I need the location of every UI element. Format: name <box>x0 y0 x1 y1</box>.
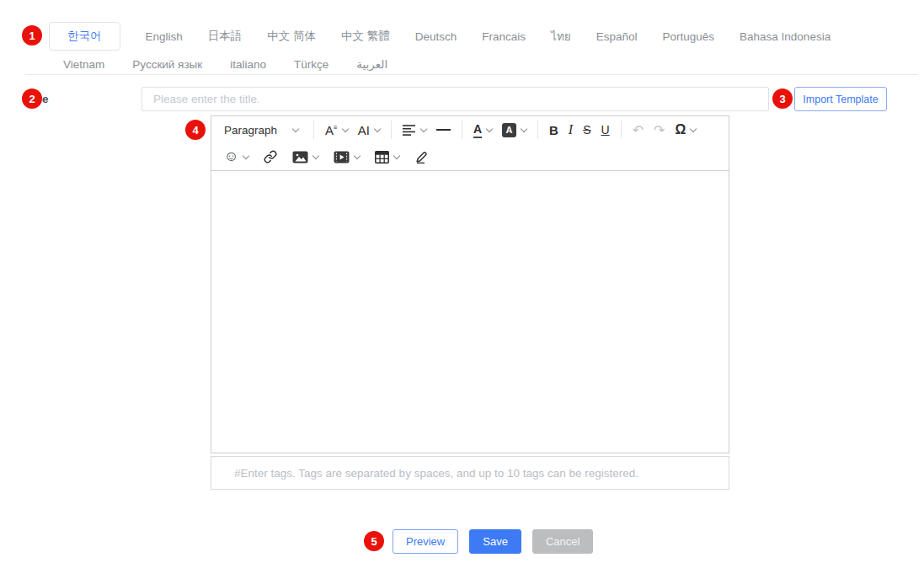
chevron-down-icon <box>690 125 697 131</box>
align-left-icon <box>403 125 416 136</box>
tab-thai[interactable]: ไทย <box>551 27 571 46</box>
emoji-icon: ☺ <box>224 148 238 165</box>
toolbar-row-2: ☺ <box>211 143 729 170</box>
tags-input[interactable] <box>211 456 729 490</box>
video-icon <box>334 151 350 164</box>
italic-icon: I <box>569 122 573 137</box>
annotation-badge-5: 5 <box>364 531 384 551</box>
editor-toolbar: Paragraph A≡ AI <box>211 115 729 171</box>
strikethrough-button[interactable]: S <box>578 119 596 141</box>
horizontal-rule-icon <box>436 128 451 131</box>
font-color-icon: A <box>473 122 482 138</box>
chevron-down-icon <box>374 125 381 131</box>
chevron-down-icon <box>486 125 493 131</box>
action-buttons: Preview Save Cancel <box>393 529 593 554</box>
tab-russian[interactable]: Русский язык <box>132 58 202 71</box>
video-dropdown[interactable] <box>328 146 365 168</box>
emoji-dropdown[interactable]: ☺ <box>219 146 254 168</box>
title-input[interactable] <box>142 87 769 111</box>
cancel-button[interactable]: Cancel <box>532 529 593 554</box>
align-dropdown[interactable] <box>398 119 431 141</box>
language-tabs-row-2: Vietnam Русский язык italiano Türkçe الع… <box>63 57 831 71</box>
font-color-dropdown[interactable]: A <box>468 119 497 141</box>
horizontal-rule-button[interactable] <box>431 119 456 141</box>
chevron-down-icon <box>420 125 427 131</box>
editor-content-area[interactable] <box>211 171 729 453</box>
tab-german[interactable]: Deutsch <box>415 30 457 43</box>
bold-icon: B <box>549 123 558 137</box>
chevron-down-icon <box>393 152 400 158</box>
tab-turkish[interactable]: Türkçe <box>294 58 328 71</box>
undo-button[interactable]: ↶ <box>628 119 649 141</box>
annotation-badge-4: 4 <box>185 120 206 140</box>
language-tabs: 한국어 English 日本語 中文 简体 中文 繁體 Deutsch Fran… <box>49 22 831 71</box>
strikethrough-icon: S <box>583 123 590 137</box>
italic-button[interactable]: I <box>563 119 578 141</box>
annotation-badge-1: 1 <box>22 25 42 46</box>
preview-button[interactable]: Preview <box>393 529 458 554</box>
tab-chinese-simplified[interactable]: 中文 简体 <box>267 29 316 44</box>
toolbar-separator <box>391 121 392 139</box>
underline-icon: U <box>601 123 610 137</box>
redo-icon: ↷ <box>654 122 665 138</box>
paragraph-style-label: Paragraph <box>224 124 277 137</box>
undo-icon: ↶ <box>633 122 644 138</box>
chevron-down-icon <box>292 125 299 131</box>
tab-indonesian[interactable]: Bahasa Indonesia <box>740 30 831 43</box>
language-tabs-row-1: 한국어 English 日本語 中文 简体 中文 繁體 Deutsch Fran… <box>49 22 831 51</box>
chevron-down-icon <box>354 152 361 158</box>
highlight-color-icon: A <box>502 123 516 137</box>
annotation-badge-2: 2 <box>22 88 42 109</box>
chevron-down-icon <box>521 125 527 131</box>
font-size-icon: A≡ <box>325 124 338 137</box>
tab-english[interactable]: English <box>146 30 183 43</box>
link-button[interactable] <box>259 146 282 168</box>
tab-chinese-traditional[interactable]: 中文 繁體 <box>341 29 390 44</box>
pencil-icon <box>414 150 429 164</box>
toolbar-separator <box>313 121 314 139</box>
table-dropdown[interactable] <box>370 146 404 168</box>
tabs-divider <box>25 74 918 75</box>
redo-button[interactable]: ↷ <box>649 119 670 141</box>
toolbar-separator <box>537 121 538 139</box>
link-icon <box>264 150 277 164</box>
table-icon <box>375 151 389 164</box>
rich-text-editor: Paragraph A≡ AI <box>211 115 729 453</box>
special-character-icon: Ω <box>675 122 686 137</box>
chevron-down-icon <box>312 152 319 158</box>
tab-portuguese[interactable]: Português <box>663 30 715 43</box>
chevron-down-icon <box>341 125 348 131</box>
tab-spanish[interactable]: Español <box>596 30 638 43</box>
image-dropdown[interactable] <box>287 146 323 168</box>
special-character-dropdown[interactable]: Ω <box>670 119 701 141</box>
chevron-down-icon <box>243 152 249 158</box>
image-icon <box>292 151 308 164</box>
bold-button[interactable]: B <box>544 119 563 141</box>
save-button[interactable]: Save <box>469 529 521 554</box>
tab-vietnamese[interactable]: Vietnam <box>63 58 104 71</box>
font-scale-icon: AI <box>358 124 370 137</box>
tab-korean[interactable]: 한국어 <box>49 22 120 51</box>
toolbar-separator <box>621 121 622 139</box>
font-scale-dropdown[interactable]: AI <box>353 119 385 141</box>
tab-arabic[interactable]: العربية <box>356 57 387 71</box>
toolbar-row-1: Paragraph A≡ AI <box>211 116 729 143</box>
toolbar-separator <box>462 121 462 139</box>
tab-french[interactable]: Francais <box>482 30 526 43</box>
font-size-dropdown[interactable]: A≡ <box>320 119 353 141</box>
tab-japanese[interactable]: 日本語 <box>208 29 243 44</box>
tab-italian[interactable]: italiano <box>230 58 266 71</box>
underline-button[interactable]: U <box>596 119 615 141</box>
draw-button[interactable] <box>409 146 434 168</box>
paragraph-style-dropdown[interactable]: Paragraph <box>219 119 303 141</box>
post-editor-screen: 1 2 3 4 5 한국어 English 日本語 中文 简体 中文 繁體 De… <box>0 0 924 579</box>
highlight-color-dropdown[interactable]: A <box>497 119 531 141</box>
import-template-button[interactable]: Import Template <box>794 87 887 111</box>
annotation-badge-3: 3 <box>772 88 793 109</box>
